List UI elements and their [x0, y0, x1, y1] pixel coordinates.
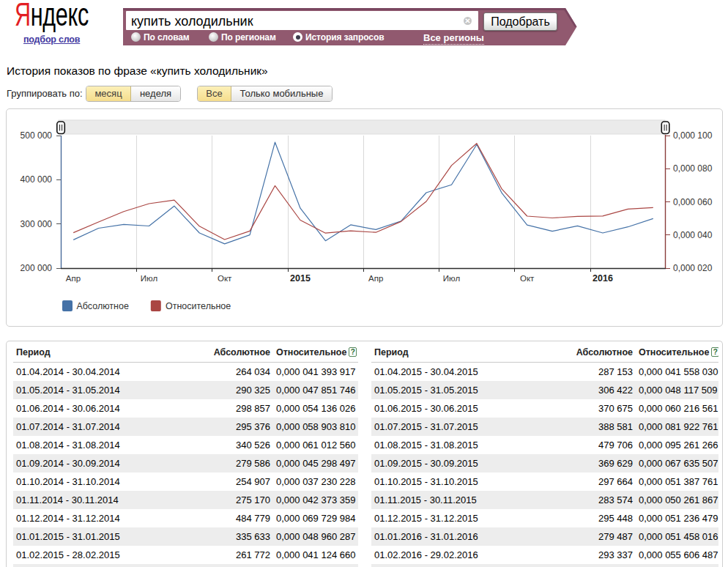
svg-text:2015: 2015	[290, 273, 311, 284]
svg-text:Абсолютное: Абсолютное	[77, 301, 129, 311]
svg-text:Июл: Июл	[443, 274, 460, 283]
svg-text:Относительное: Относительное	[166, 301, 231, 311]
svg-text:0,000 060: 0,000 060	[673, 197, 713, 207]
svg-text:300 000: 300 000	[21, 219, 53, 229]
svg-text:Окт: Окт	[520, 274, 535, 283]
svg-text:Июл: Июл	[141, 274, 157, 283]
svg-text:400 000: 400 000	[21, 174, 53, 185]
svg-text:500 000: 500 000	[21, 130, 53, 141]
svg-text:2016: 2016	[593, 273, 613, 284]
svg-text:Апр: Апр	[66, 274, 81, 283]
svg-text:0,000 020: 0,000 020	[673, 263, 713, 273]
svg-text:0,000 080: 0,000 080	[673, 163, 713, 174]
svg-text:0,000 100: 0,000 100	[673, 130, 713, 141]
svg-text:0,000 040: 0,000 040	[673, 230, 713, 240]
svg-text:Апр: Апр	[368, 274, 383, 283]
svg-text:Окт: Окт	[218, 274, 232, 283]
svg-text:200 000: 200 000	[21, 263, 53, 273]
